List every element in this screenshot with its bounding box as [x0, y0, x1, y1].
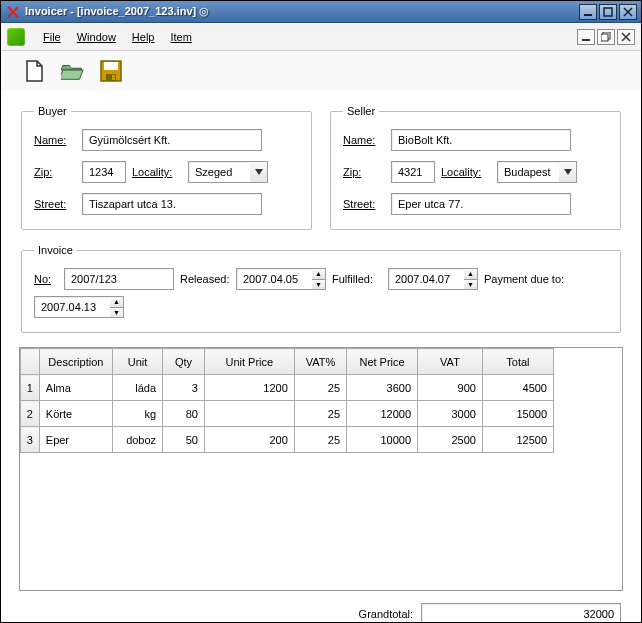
line-items-table-container: Description Unit Qty Unit Price VAT% Net… [19, 347, 623, 591]
col-unit[interactable]: Unit [112, 349, 162, 375]
invoice-released-label: Released: [180, 273, 230, 285]
seller-locality-combo[interactable] [497, 161, 559, 183]
mdi-close-button[interactable] [617, 29, 635, 45]
cell-net-price[interactable]: 3600 [347, 375, 418, 401]
cell-qty[interactable]: 80 [163, 401, 205, 427]
cell-vat-pct[interactable]: 25 [294, 401, 346, 427]
invoice-released-input[interactable] [236, 268, 312, 290]
menu-window[interactable]: Window [69, 29, 124, 45]
cell-unit-price[interactable]: 150 [204, 401, 294, 427]
cell-net-price[interactable]: 12000 [347, 401, 418, 427]
invoice-payment-due-label: Payment due to: [484, 273, 572, 285]
svg-rect-1 [604, 8, 612, 16]
toolbar [1, 51, 641, 91]
cell-vat[interactable]: 900 [418, 375, 483, 401]
cell-vat[interactable]: 3000 [418, 401, 483, 427]
save-floppy-icon[interactable] [99, 59, 123, 83]
buyer-street-input[interactable] [82, 193, 262, 215]
mdi-restore-button[interactable] [597, 29, 615, 45]
cell-qty[interactable]: 50 [163, 427, 205, 453]
col-unit-price[interactable]: Unit Price [204, 349, 294, 375]
col-vat-pct[interactable]: VAT% [294, 349, 346, 375]
cell-unit[interactable]: kg [112, 401, 162, 427]
invoice-fulfilled-input[interactable] [388, 268, 464, 290]
seller-street-input[interactable] [391, 193, 571, 215]
open-folder-icon[interactable] [61, 59, 85, 83]
cell-unit[interactable]: doboz [112, 427, 162, 453]
table-header-row: Description Unit Qty Unit Price VAT% Net… [21, 349, 554, 375]
row-header[interactable]: 3 [21, 427, 40, 453]
buyer-locality-label: Locality: [132, 166, 182, 178]
table-row[interactable]: 1Almaláda312002536009004500 [21, 375, 554, 401]
fulfilled-spin-up[interactable]: ▲ [464, 268, 478, 280]
menu-help[interactable]: Help [124, 29, 163, 45]
col-description[interactable]: Description [39, 349, 112, 375]
seller-zip-label: Zip: [343, 166, 385, 178]
invoice-no-input[interactable] [64, 268, 174, 290]
buyer-name-input[interactable] [82, 129, 262, 151]
line-items-table[interactable]: Description Unit Qty Unit Price VAT% Net… [20, 348, 554, 453]
cell-vat[interactable]: 2500 [418, 427, 483, 453]
col-net-price[interactable]: Net Price [347, 349, 418, 375]
cell-qty[interactable]: 3 [163, 375, 205, 401]
paymentdue-spin-down[interactable]: ▼ [110, 308, 124, 319]
released-spin-up[interactable]: ▲ [312, 268, 326, 280]
buyer-locality-combo[interactable] [188, 161, 250, 183]
cell-unit-price[interactable]: 1200 [204, 375, 294, 401]
window-close-icon[interactable] [5, 4, 21, 20]
buyer-locality-dropdown-button[interactable] [250, 161, 268, 183]
cell-vat-pct[interactable]: 25 [294, 375, 346, 401]
corner-header[interactable] [21, 349, 40, 375]
menubar: File Window Help Item [1, 23, 641, 51]
seller-name-label: Name: [343, 134, 385, 146]
cell-vat-pct[interactable]: 25 [294, 427, 346, 453]
col-total[interactable]: Total [482, 349, 553, 375]
buyer-name-label: Name: [34, 134, 76, 146]
new-file-icon[interactable] [23, 59, 47, 83]
buyer-zip-label: Zip: [34, 166, 76, 178]
chevron-down-icon [255, 169, 263, 175]
cell-unit-price[interactable]: 200 [204, 427, 294, 453]
menu-file[interactable]: File [35, 29, 69, 45]
window-minimize-button[interactable] [579, 4, 597, 20]
invoice-payment-due-input[interactable] [34, 296, 110, 318]
col-qty[interactable]: Qty [163, 349, 205, 375]
table-row[interactable]: 2Körtekg801502512000300015000 [21, 401, 554, 427]
invoice-legend: Invoice [34, 244, 77, 256]
released-spin-down[interactable]: ▼ [312, 280, 326, 291]
menu-item[interactable]: Item [162, 29, 199, 45]
svg-rect-4 [601, 34, 608, 41]
window-close-button[interactable] [619, 4, 637, 20]
seller-name-input[interactable] [391, 129, 571, 151]
titlebar: Invoicer - [invoice_2007_123.inv] ◎ [1, 1, 641, 23]
cell-unit[interactable]: láda [112, 375, 162, 401]
table-row[interactable]: 3Eperdoboz502002510000250012500 [21, 427, 554, 453]
cell-net-price[interactable]: 10000 [347, 427, 418, 453]
invoice-no-label: No: [34, 273, 58, 285]
fulfilled-spin-down[interactable]: ▼ [464, 280, 478, 291]
seller-street-label: Street: [343, 198, 385, 210]
svg-rect-8 [112, 75, 115, 80]
mdi-minimize-button[interactable] [577, 29, 595, 45]
svg-rect-0 [584, 14, 592, 16]
window-maximize-button[interactable] [599, 4, 617, 20]
grandtotal-value[interactable] [421, 603, 621, 623]
paymentdue-spin-up[interactable]: ▲ [110, 296, 124, 308]
col-vat[interactable]: VAT [418, 349, 483, 375]
invoice-fulfilled-label: Fulfilled: [332, 273, 382, 285]
svg-rect-6 [104, 62, 118, 70]
grandtotal-row: Grandtotal: [19, 603, 623, 623]
window-title: Invoicer - [invoice_2007_123.inv] ◎ [25, 5, 577, 18]
seller-zip-input[interactable] [391, 161, 435, 183]
cell-description[interactable]: Alma [39, 375, 112, 401]
cell-total[interactable]: 15000 [482, 401, 553, 427]
cell-description[interactable]: Körte [39, 401, 112, 427]
cell-description[interactable]: Eper [39, 427, 112, 453]
row-header[interactable]: 1 [21, 375, 40, 401]
row-header[interactable]: 2 [21, 401, 40, 427]
seller-locality-dropdown-button[interactable] [559, 161, 577, 183]
buyer-zip-input[interactable] [82, 161, 126, 183]
cell-total[interactable]: 12500 [482, 427, 553, 453]
cell-total[interactable]: 4500 [482, 375, 553, 401]
buyer-street-label: Street: [34, 198, 76, 210]
